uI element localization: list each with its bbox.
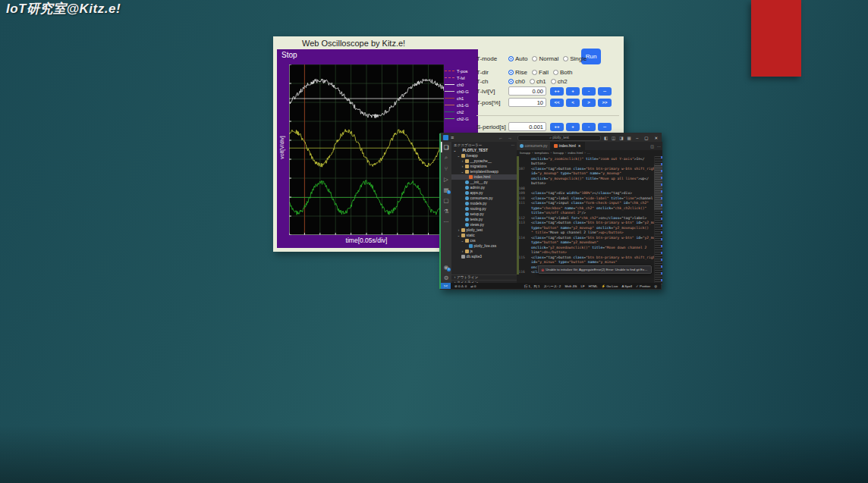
stepper-button[interactable]: >>: [598, 99, 612, 107]
tree-item-apps.py[interactable]: apps.py: [451, 190, 517, 196]
stepper-button[interactable]: --: [598, 87, 612, 96]
status-item[interactable]: ⇌ 0: [470, 284, 476, 288]
tree-item-index.html[interactable]: index.html: [451, 174, 517, 180]
breadcrumb-item[interactable]: templates: [534, 151, 549, 155]
tree-item-admin.py[interactable]: admin.py: [451, 185, 517, 190]
breadcrumb-item[interactable]: index.html: [568, 151, 583, 155]
menu-icon[interactable]: ≡: [451, 135, 454, 140]
tree-item-plotly_live.css[interactable]: plotly_live.css: [451, 243, 517, 249]
stepper-button[interactable]: ++: [550, 123, 564, 131]
radio-option-Rise[interactable]: Rise: [508, 69, 527, 76]
tree-item-consumers.py[interactable]: consumers.py: [451, 196, 517, 201]
stepper-button[interactable]: <<: [550, 99, 564, 107]
radio-option-Auto[interactable]: Auto: [508, 55, 527, 62]
explorer-icon[interactable]: ❏: [441, 142, 451, 152]
layout-toggle-icon-2[interactable]: ◨: [619, 136, 623, 140]
close-button[interactable]: ✕: [654, 136, 658, 140]
tab-consumers.py[interactable]: consumers.py: [517, 142, 551, 150]
radio-circle[interactable]: [553, 70, 558, 75]
layout-toggle-icon-0[interactable]: ◧: [604, 136, 608, 140]
maximize-button[interactable]: ▢: [644, 136, 648, 140]
tree-item-js[interactable]: ›js: [451, 249, 517, 254]
status-item[interactable]: ✓ Prettier: [636, 284, 650, 288]
radio-circle[interactable]: [508, 56, 514, 61]
testing-icon[interactable]: ⚗: [441, 205, 451, 216]
status-item[interactable]: A Spell: [621, 284, 632, 288]
stepper-button[interactable]: >: [582, 99, 596, 107]
nav-forward-icon[interactable]: →: [508, 136, 512, 140]
tree-item-routing.py[interactable]: routing.py: [451, 206, 517, 212]
tree-item-migrations[interactable]: ›migrations: [451, 164, 517, 169]
tree-item-views.py[interactable]: views.py: [451, 222, 517, 227]
radio-option-Normal[interactable]: Normal: [532, 55, 558, 62]
breadcrumb-item[interactable]: liveapp: [520, 151, 530, 155]
search-icon[interactable]: ⌕: [441, 152, 451, 163]
value-input[interactable]: 0.001: [508, 122, 546, 131]
tree-item-static[interactable]: ⌄static: [451, 233, 517, 238]
source-control-icon[interactable]: ⑂: [441, 163, 451, 174]
status-item[interactable]: スペース: 2: [543, 284, 561, 288]
stop-button[interactable]: Stop: [281, 51, 297, 59]
tab-close-icon[interactable]: ✕: [578, 144, 581, 148]
tree-item-__pycache__[interactable]: ›__pycache__: [451, 158, 517, 164]
stepper-button[interactable]: +: [566, 123, 580, 131]
split-editor-icon[interactable]: ◫: [650, 144, 654, 149]
command-search-box[interactable]: ⌕ plotly_test: [517, 135, 601, 141]
status-item[interactable]: 行 1、列 1: [524, 284, 540, 288]
radio-circle[interactable]: [508, 79, 514, 84]
tab-index.html[interactable]: index.html✕: [551, 142, 584, 150]
breadcrumb-item[interactable]: liveapp: [553, 151, 564, 155]
tree-item-db.sqlite3[interactable]: db.sqlite3: [451, 254, 517, 259]
status-item[interactable]: Shift JIS: [565, 284, 577, 288]
layout-toggle-icon-3[interactable]: ▦: [627, 136, 631, 140]
stepper-button[interactable]: -: [582, 123, 596, 131]
remote-explorer-icon[interactable]: ▢: [441, 195, 451, 205]
radio-circle[interactable]: [563, 56, 568, 61]
radio-circle[interactable]: [551, 79, 556, 84]
account-icon[interactable]: ◉1: [441, 262, 451, 272]
radio-circle[interactable]: [530, 79, 535, 84]
radio-circle[interactable]: [532, 56, 537, 61]
radio-circle[interactable]: [532, 70, 537, 75]
status-item[interactable]: LF: [581, 284, 585, 288]
radio-option-Single[interactable]: Single: [563, 55, 587, 62]
status-item[interactable]: ⊘ 0 ⚠ 0: [454, 284, 467, 288]
status-item[interactable]: ◎: [654, 284, 657, 288]
remote-indicator[interactable]: ><: [441, 283, 451, 289]
stepper-button[interactable]: +: [566, 87, 580, 96]
stepper-button[interactable]: -: [582, 87, 596, 96]
status-item[interactable]: ⚡ Go Live: [602, 284, 618, 288]
more-icon[interactable]: ⋯: [441, 216, 451, 227]
settings-icon[interactable]: ⚙: [441, 272, 451, 283]
tree-item-liveapp[interactable]: ⌄liveapp: [451, 153, 517, 158]
tree-item-__init__.py[interactable]: __init__.py: [451, 180, 517, 185]
more-actions-icon[interactable]: ⋯: [657, 144, 661, 149]
stepper-button[interactable]: <: [566, 99, 580, 107]
radio-option-Fall[interactable]: Fall: [532, 69, 549, 76]
radio-circle[interactable]: [508, 70, 514, 75]
tree-item-css[interactable]: ⌄css: [451, 238, 517, 243]
tree-item-setup.py[interactable]: setup.py: [451, 212, 517, 217]
radio-option-ch1[interactable]: ch1: [530, 78, 546, 85]
extensions-icon[interactable]: ▦1: [441, 184, 451, 195]
breadcrumb-item[interactable]: …: [587, 151, 590, 155]
tree-item-models.py[interactable]: models.py: [451, 201, 517, 206]
run-debug-icon[interactable]: ▷: [441, 174, 451, 184]
layout-toggle-icon-1[interactable]: ◫: [612, 136, 615, 140]
value-input[interactable]: 0.00: [508, 86, 546, 96]
nav-back-icon[interactable]: ←: [498, 136, 503, 140]
stepper-button[interactable]: --: [598, 123, 612, 131]
tree-item-templates\liveapp[interactable]: ⌄templates\liveapp: [451, 169, 517, 174]
tree-root[interactable]: ⌄PLOTLY_TEST: [451, 148, 517, 153]
radio-option-ch0[interactable]: ch0: [508, 78, 525, 85]
minimize-button[interactable]: –: [636, 136, 638, 140]
radio-option-Both[interactable]: Both: [553, 69, 572, 76]
tree-item-plotly_test[interactable]: ›plotly_test: [451, 227, 517, 233]
git-error-notification[interactable]: ⊗ Unable to initialize Git; AggregateErr…: [538, 265, 652, 274]
tree-item-tests.py[interactable]: tests.py: [451, 217, 517, 222]
value-input[interactable]: 10: [508, 98, 546, 107]
radio-option-ch2[interactable]: ch2: [551, 78, 568, 85]
explorer-more-icon[interactable]: ⋯: [511, 143, 514, 147]
breadcrumb[interactable]: liveapp›templates›liveapp›index.html›…: [517, 150, 662, 155]
stepper-button[interactable]: ++: [550, 87, 564, 96]
